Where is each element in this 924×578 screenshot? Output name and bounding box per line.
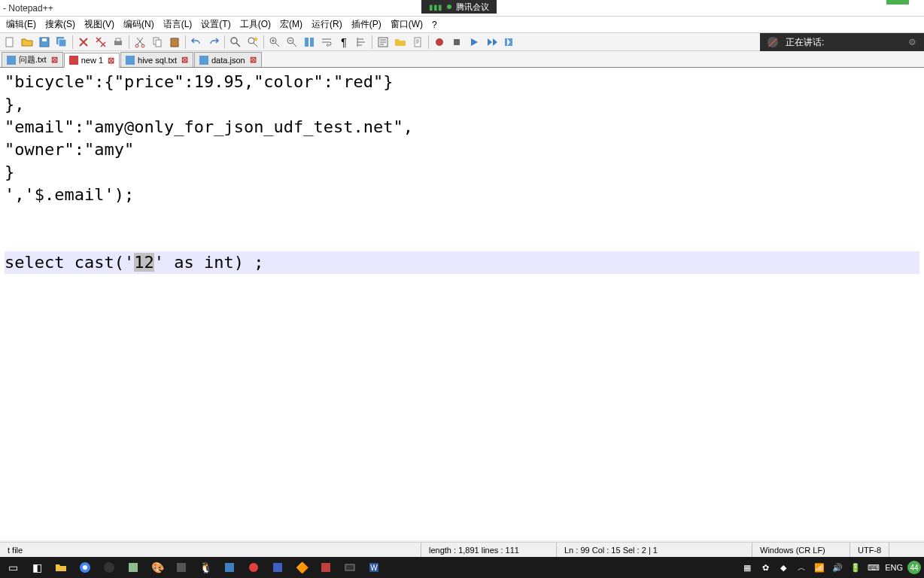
window-title: - Notepad++ — [3, 3, 53, 14]
tab-close-icon[interactable]: ⊠ — [248, 55, 258, 65]
tab-0[interactable]: 问题.txt ⊠ — [2, 52, 63, 67]
copy-icon[interactable] — [149, 35, 166, 50]
desktop-icon[interactable]: ▭ — [3, 558, 23, 576]
close-icon[interactable] — [75, 35, 92, 50]
replay-macro-icon[interactable] — [483, 35, 500, 50]
close-all-icon[interactable] — [93, 35, 109, 50]
save-icon[interactable] — [36, 35, 53, 50]
notepadpp-icon[interactable] — [123, 558, 143, 576]
zoom-out-icon[interactable] — [284, 35, 300, 50]
menu-window[interactable]: 窗口(W) — [386, 17, 427, 32]
svg-point-14 — [248, 38, 254, 44]
paste-icon[interactable] — [166, 35, 183, 50]
zoom-in-icon[interactable] — [266, 35, 283, 50]
find-icon[interactable] — [227, 35, 244, 50]
save-macro-icon[interactable] — [500, 35, 517, 50]
status-eol[interactable]: Windows (CR LF) — [752, 543, 850, 557]
record-macro-icon[interactable] — [431, 35, 448, 50]
new-file-icon[interactable] — [2, 35, 18, 50]
explorer-icon[interactable] — [51, 558, 71, 576]
menu-search[interactable]: 搜索(S) — [41, 17, 80, 32]
menu-settings[interactable]: 设置(T) — [196, 17, 235, 32]
undo-icon[interactable] — [188, 35, 205, 50]
save-all-icon[interactable] — [53, 35, 70, 50]
app-icon[interactable]: 🐧 — [196, 558, 215, 576]
file-icon — [7, 56, 16, 65]
svg-rect-28 — [129, 563, 138, 572]
app-icon[interactable] — [316, 558, 336, 576]
tab-close-icon[interactable]: ⊠ — [106, 56, 116, 65]
volume-icon[interactable]: 🔊 — [831, 561, 844, 574]
doc-map-icon[interactable] — [409, 35, 426, 50]
menu-tools[interactable]: 工具(O) — [236, 17, 275, 32]
speaking-indicator: 正在讲话: ⚙ — [760, 33, 924, 51]
indent-guide-icon[interactable] — [353, 35, 369, 50]
menu-language[interactable]: 语言(L) — [159, 17, 197, 32]
app-icon[interactable] — [340, 558, 360, 576]
svg-point-13 — [231, 38, 237, 44]
tray-app-icon[interactable]: ✿ — [758, 561, 772, 574]
tab-label: new 1 — [81, 56, 103, 65]
svg-text:W: W — [370, 564, 378, 572]
app-icon[interactable]: 🔶 — [292, 558, 312, 576]
tab-1[interactable]: new 1 ⊠ — [64, 53, 120, 68]
notification-badge[interactable]: 44 — [907, 561, 921, 574]
open-file-icon[interactable] — [19, 35, 35, 50]
svg-point-22 — [436, 38, 443, 46]
menu-help[interactable]: ? — [427, 18, 442, 32]
menu-plugins[interactable]: 插件(P) — [347, 17, 386, 32]
tab-2[interactable]: hive sql.txt ⊠ — [120, 52, 193, 67]
svg-point-27 — [104, 562, 114, 573]
obs-icon[interactable] — [99, 558, 119, 576]
tab-close-icon[interactable]: ⊠ — [180, 55, 190, 65]
toolbar-separator — [428, 35, 429, 49]
word-wrap-icon[interactable] — [318, 35, 335, 50]
tencent-meeting-badge[interactable]: ▮▮▮ 腾讯会议 — [421, 0, 497, 14]
menu-view[interactable]: 视图(V) — [80, 17, 119, 32]
app-icon[interactable] — [220, 558, 239, 576]
menu-edit[interactable]: 编辑(E) — [2, 17, 41, 32]
status-dot-icon — [447, 5, 451, 9]
status-stats: length : 1,891 lines : 111 — [421, 543, 557, 557]
function-list-icon[interactable] — [375, 35, 391, 50]
editor-line: } — [5, 163, 14, 181]
tray-app-icon[interactable]: ▦ — [740, 561, 754, 574]
menu-macro[interactable]: 宏(M) — [275, 17, 307, 32]
redo-icon[interactable] — [205, 35, 222, 50]
taskview-icon[interactable]: ◧ — [27, 558, 47, 576]
status-encoding[interactable]: UTF-8 — [850, 543, 889, 557]
chrome-icon[interactable] — [75, 558, 95, 576]
selection: 12 — [134, 253, 154, 272]
app-icon[interactable] — [268, 558, 287, 576]
menu-encoding[interactable]: 编码(N) — [119, 17, 159, 32]
sync-scroll-icon[interactable] — [301, 35, 318, 50]
tray-chevron-up-icon[interactable]: ︿ — [795, 561, 808, 574]
editor-area[interactable]: "bicycle":{"price":19.95,"color":"red"} … — [0, 68, 924, 540]
toolbar-separator — [372, 35, 372, 49]
replace-icon[interactable] — [245, 35, 261, 50]
stop-macro-icon[interactable] — [448, 35, 465, 50]
app-icon[interactable]: 🎨 — [147, 558, 167, 576]
word-icon[interactable]: W — [364, 558, 384, 576]
menu-run[interactable]: 运行(R) — [307, 17, 347, 32]
svg-point-26 — [83, 565, 87, 570]
gear-icon[interactable]: ⚙ — [908, 37, 916, 47]
tray-app-icon[interactable]: ◆ — [777, 561, 790, 574]
print-icon[interactable] — [110, 35, 126, 50]
show-symbols-icon[interactable]: ¶ — [336, 35, 352, 50]
cut-icon[interactable] — [132, 35, 148, 50]
app-icon[interactable] — [244, 558, 263, 576]
play-macro-icon[interactable] — [466, 35, 482, 50]
tab-3[interactable]: data.json ⊠ — [194, 52, 262, 67]
wifi-icon[interactable]: 📶 — [813, 561, 826, 574]
svg-rect-23 — [454, 39, 460, 45]
mic-muted-icon[interactable] — [767, 37, 778, 47]
battery-icon[interactable]: 🔋 — [849, 561, 862, 574]
folder-icon[interactable] — [392, 35, 409, 50]
app-icon[interactable] — [172, 558, 191, 576]
svg-rect-0 — [6, 38, 13, 47]
svg-rect-12 — [173, 38, 176, 40]
keyboard-icon[interactable]: ⌨ — [867, 561, 880, 574]
ime-indicator[interactable]: ENG — [885, 563, 903, 572]
tab-close-icon[interactable]: ⊠ — [50, 55, 59, 65]
